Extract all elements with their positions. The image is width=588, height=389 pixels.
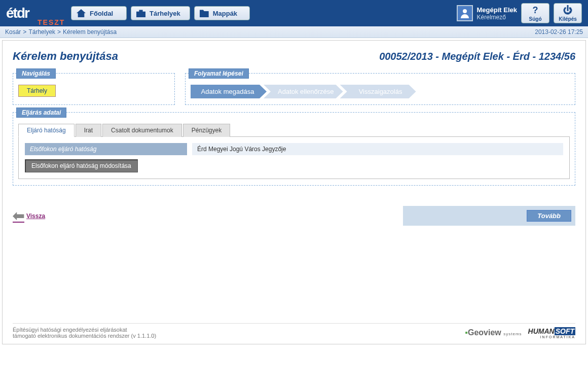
- main-content: Kérelem benyújtása 00052/2013 - Megépít …: [2, 40, 586, 344]
- logo-text: étdr: [6, 5, 29, 21]
- tab-authority[interactable]: Eljáró hatóság: [18, 124, 75, 137]
- authority-row: Elsőfokon eljáró hatóság Érd Megyei Jogú…: [25, 143, 563, 155]
- navigation-panel: Navigálás Tárhely: [13, 73, 175, 105]
- logout-label: Kilépés: [559, 16, 577, 22]
- nav-storage-label: Tárhelyek: [150, 10, 180, 17]
- footer-logos: ▪Geoview systems HUMANSOFT INFORMATIKA: [465, 327, 575, 339]
- page-subtitle: 00052/2013 - Megépít Elek - Érd - 1234/5…: [379, 51, 575, 62]
- power-icon: ⏻: [563, 5, 572, 16]
- breadcrumb-item-0[interactable]: Kosár: [5, 28, 21, 36]
- page-title: Kérelem benyújtása: [13, 50, 118, 63]
- tabs: Eljáró hatóság Irat Csatolt dokumentumok…: [18, 124, 570, 137]
- nav-home-button[interactable]: Főoldal: [71, 6, 127, 20]
- tab-finance[interactable]: Pénzügyek: [183, 124, 230, 137]
- footer-nav: ⬅ Vissza Tovább: [13, 206, 575, 226]
- user-text: Megépít Elek Kérelmező: [477, 6, 517, 21]
- logo-overlay: TESZT: [38, 18, 65, 26]
- step-data-check: Adatok ellenőrzése: [264, 85, 343, 98]
- tab-document[interactable]: Irat: [76, 124, 101, 137]
- user-block[interactable]: Megépít Elek Kérelmező: [457, 5, 517, 21]
- process-panel: Folyamat lépései Adatok megadása Adatok …: [185, 73, 575, 105]
- humansoft-logo: HUMANSOFT INFORMATIKA: [528, 327, 575, 339]
- breadcrumb: Kosár > Tárhelyek > Kérelem benyújtása 2…: [0, 26, 588, 38]
- edit-authority-button[interactable]: Elsőfokon eljáró hatóság módosítása: [25, 159, 138, 172]
- bottom-footer: Építésügyi hatósági engedélyezési eljárá…: [13, 323, 575, 339]
- forward-button[interactable]: Tovább: [527, 210, 571, 222]
- storage-button[interactable]: Tárhely: [18, 85, 56, 97]
- footer-line1: Építésügyi hatósági engedélyezési eljárá…: [13, 327, 156, 333]
- breadcrumb-separator: >: [57, 28, 61, 36]
- nav-folders-label: Mappák: [213, 10, 237, 17]
- top-header: étdr TESZT Főoldal Tárhelyek Mappák Megé…: [0, 0, 588, 26]
- nav-storage-button[interactable]: Tárhelyek: [131, 6, 190, 20]
- authority-value: Érd Megyei Jogú Város Jegyzője: [192, 143, 563, 155]
- nav-folders-button[interactable]: Mappák: [194, 6, 250, 20]
- help-button[interactable]: ? Súgó: [521, 3, 549, 23]
- process-panel-legend: Folyamat lépései: [189, 68, 249, 79]
- step-confirmation: Visszaigazolás: [340, 85, 416, 98]
- home-icon: [77, 9, 86, 17]
- logout-button[interactable]: ⏻ Kilépés: [554, 3, 582, 23]
- back-link[interactable]: ⬅ Vissza: [13, 207, 45, 224]
- forward-block: Tovább: [403, 206, 575, 226]
- tab-body: Elsőfokon eljáró hatóság Érd Megyei Jogú…: [18, 136, 570, 179]
- breadcrumb-separator: >: [23, 28, 26, 36]
- briefcase-icon: [136, 9, 145, 17]
- tab-attachments[interactable]: Csatolt dokumentumok: [102, 124, 182, 137]
- svg-point-0: [463, 9, 467, 13]
- help-icon: ?: [533, 5, 538, 16]
- geoview-logo: ▪Geoview systems: [465, 328, 522, 337]
- footer-text: Építésügyi hatósági engedélyezési eljárá…: [13, 327, 156, 339]
- nav-panel-legend: Navigálás: [16, 68, 56, 79]
- page-title-row: Kérelem benyújtása 00052/2013 - Megépít …: [13, 50, 575, 63]
- user-role: Kérelmező: [477, 14, 517, 21]
- breadcrumb-item-1[interactable]: Tárhelyek: [28, 28, 55, 36]
- help-label: Súgó: [529, 16, 542, 22]
- data-panel: Eljárás adatai Eljáró hatóság Irat Csato…: [13, 112, 575, 186]
- data-panel-legend: Eljárás adatai: [16, 108, 66, 118]
- authority-label: Elsőfokon eljáró hatóság: [25, 143, 187, 155]
- process-stepper: Adatok megadása Adatok ellenőrzése Vissz…: [191, 85, 570, 98]
- folder-icon: [200, 9, 209, 17]
- nav-home-label: Főoldal: [90, 10, 113, 17]
- back-arrow-icon: ⬅: [13, 207, 24, 224]
- footer-line2: támogató elektronikus dokumentációs rend…: [13, 333, 156, 339]
- step-data-entry[interactable]: Adatok megadása: [191, 85, 267, 98]
- breadcrumb-item-2: Kérelem benyújtása: [63, 28, 117, 36]
- user-name: Megépít Elek: [477, 6, 517, 14]
- back-label: Vissza: [26, 213, 45, 220]
- app-logo: étdr TESZT: [6, 5, 67, 21]
- avatar: [457, 5, 473, 21]
- timestamp: 2013-02-26 17:25: [535, 28, 583, 36]
